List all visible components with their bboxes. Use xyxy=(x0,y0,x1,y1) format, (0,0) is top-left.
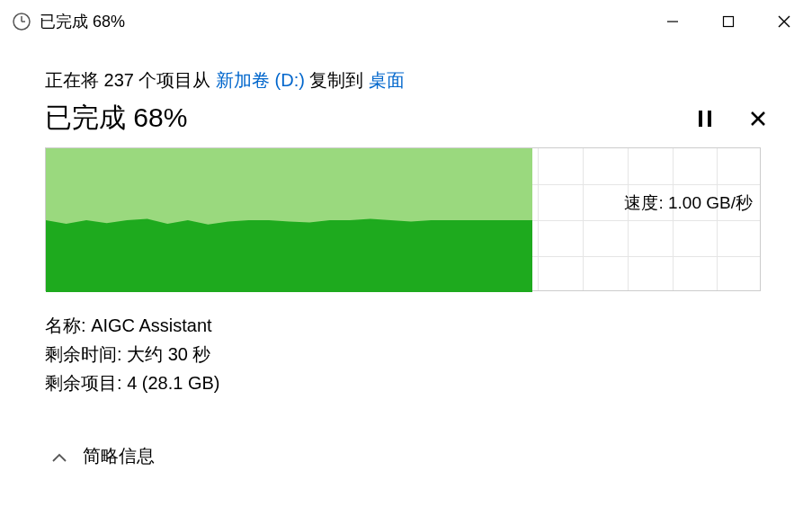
brief-info-label: 简略信息 xyxy=(83,444,155,468)
svg-rect-7 xyxy=(699,111,702,127)
minimize-button[interactable] xyxy=(645,0,700,43)
detail-name-value: AIGC Assistant xyxy=(91,315,212,335)
progress-percent-text: 已完成 68% xyxy=(45,100,187,137)
copy-prefix: 正在将 237 个项目从 xyxy=(45,70,216,90)
titlebar: 已完成 68% xyxy=(0,0,812,43)
close-button[interactable] xyxy=(756,0,812,43)
detail-time-label: 剩余时间: xyxy=(45,344,127,364)
svg-rect-8 xyxy=(708,111,711,127)
copy-description: 正在将 237 个项目从 新加卷 (D:) 复制到 桌面 xyxy=(45,68,767,93)
detail-name-label: 名称: xyxy=(45,315,91,335)
chevron-up-icon xyxy=(52,446,67,466)
transfer-details: 名称: AIGC Assistant 剩余时间: 大约 30 秒 剩余项目: 4… xyxy=(45,311,767,397)
window-controls xyxy=(645,0,812,43)
detail-time-remaining: 剩余时间: 大约 30 秒 xyxy=(45,340,767,368)
cancel-button[interactable] xyxy=(749,110,767,128)
destination-link[interactable]: 桌面 xyxy=(369,70,405,90)
clock-icon xyxy=(11,11,32,32)
pause-button[interactable] xyxy=(697,109,713,129)
speed-chart: 速度: 1.00 GB/秒 xyxy=(45,147,761,291)
source-link[interactable]: 新加卷 (D:) xyxy=(216,70,305,90)
svg-marker-11 xyxy=(46,218,532,292)
svg-rect-4 xyxy=(724,17,734,27)
detail-time-value: 大约 30 秒 xyxy=(127,344,210,364)
copy-middle: 复制到 xyxy=(305,70,369,90)
titlebar-title: 已完成 68% xyxy=(40,11,645,32)
detail-name: 名称: AIGC Assistant xyxy=(45,311,767,340)
detail-items-value: 4 (28.1 GB) xyxy=(127,373,219,393)
brief-info-toggle[interactable]: 简略信息 xyxy=(45,444,767,468)
maximize-button[interactable] xyxy=(700,0,756,43)
detail-items-label: 剩余项目: xyxy=(45,373,127,393)
detail-items-remaining: 剩余项目: 4 (28.1 GB) xyxy=(45,368,767,397)
speed-label: 速度: 1.00 GB/秒 xyxy=(624,191,753,215)
